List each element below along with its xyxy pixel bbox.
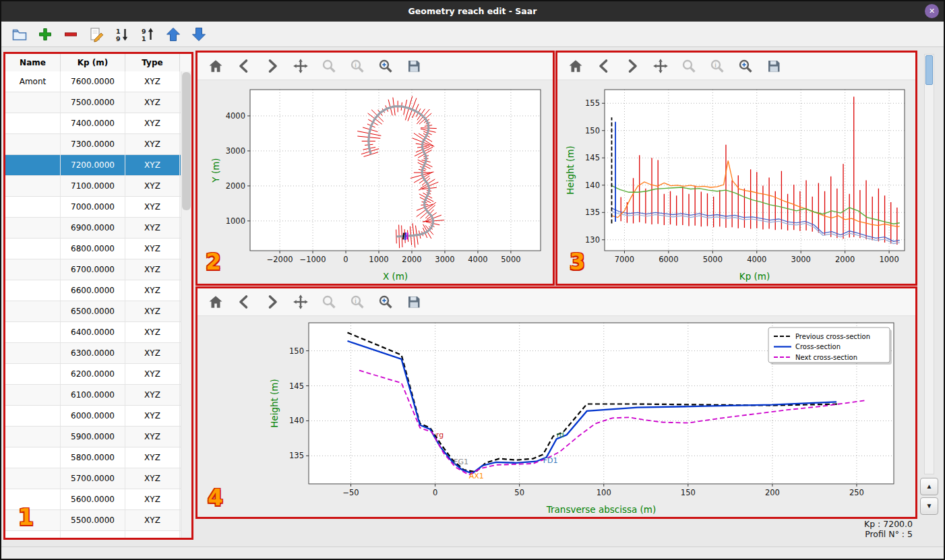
- cell-kp: 6300.0000: [61, 343, 125, 363]
- close-button[interactable]: ✕: [925, 4, 939, 18]
- save-icon: [406, 58, 422, 74]
- table-row[interactable]: 7300.0000XYZ: [5, 134, 181, 155]
- folder-icon: [11, 26, 28, 42]
- cell-name: [5, 176, 61, 196]
- table-row[interactable]: 7500.0000XYZ: [5, 92, 181, 113]
- cell-kp: 6600.0000: [61, 280, 125, 301]
- sort-ascending-button[interactable]: 19: [112, 24, 132, 44]
- longitudinal-pan-button[interactable]: [650, 56, 671, 76]
- cell-kp: 5500.0000: [61, 510, 125, 530]
- plan-zoom-original-button[interactable]: i: [347, 56, 367, 76]
- table-row[interactable]: 6100.0000XYZ: [5, 385, 181, 406]
- table-row[interactable]: 6900.0000XYZ: [5, 218, 181, 239]
- remove-profile-button[interactable]: [61, 24, 81, 44]
- plan-view-canvas[interactable]: −2000−1000010002000300040005000100020003…: [197, 80, 553, 284]
- arrow-up-icon: [165, 26, 181, 42]
- cross-save-button[interactable]: [404, 292, 424, 312]
- plan-home-button[interactable]: [206, 56, 226, 76]
- table-row[interactable]: 5800.0000XYZ: [5, 447, 181, 468]
- plan-save-button[interactable]: [404, 56, 424, 76]
- longitudinal-zoom-to-rect-button[interactable]: [735, 56, 756, 76]
- table-row[interactable]: 5700.0000XYZ: [5, 468, 181, 489]
- cell-name: [5, 197, 61, 217]
- table-row[interactable]: 6000.0000XYZ: [5, 406, 181, 427]
- table-scrollbar-thumb[interactable]: [182, 72, 191, 210]
- longitudinal-canvas[interactable]: 7000600050004000300020001000130135140145…: [557, 80, 915, 284]
- longitudinal-forward-button[interactable]: [622, 56, 642, 76]
- vertical-scrollbar-thumb[interactable]: [925, 55, 933, 85]
- plan-zoom-to-rect-button[interactable]: [375, 56, 396, 76]
- cross-home-button[interactable]: [206, 292, 226, 312]
- edit-profile-button[interactable]: [86, 24, 106, 44]
- cell-type: XYZ: [125, 364, 180, 384]
- longitudinal-back-button[interactable]: [594, 56, 614, 76]
- table-row[interactable]: 6400.0000XYZ: [5, 322, 181, 343]
- move-profile-up-button[interactable]: [163, 24, 183, 44]
- cross-back-button[interactable]: [234, 292, 254, 312]
- column-header-name[interactable]: Name: [5, 54, 61, 71]
- longitudinal-home-button[interactable]: [566, 56, 586, 76]
- plan-back-button[interactable]: [234, 56, 254, 76]
- svg-text:−2000: −2000: [267, 255, 293, 264]
- cell-name: Amont: [5, 71, 61, 92]
- svg-text:140: 140: [585, 181, 600, 190]
- table-row[interactable]: 6500.0000XYZ: [5, 301, 181, 322]
- cross-forward-button[interactable]: [262, 292, 282, 312]
- column-header-type[interactable]: Type: [125, 54, 180, 71]
- svg-text:150: 150: [585, 126, 600, 135]
- cross-zoom-original-button[interactable]: i: [347, 292, 367, 312]
- table-row[interactable]: 7000.0000XYZ: [5, 197, 181, 218]
- cell-name: [5, 364, 61, 384]
- table-row[interactable]: 7100.0000XYZ: [5, 176, 181, 197]
- cross-zoom-button[interactable]: [319, 292, 339, 312]
- table-row[interactable]: 6600.0000XYZ: [5, 280, 181, 301]
- table-row[interactable]: 5400.0000XYZ: [5, 531, 181, 538]
- minus-icon: [63, 26, 79, 42]
- table-row[interactable]: 7200.0000XYZ: [5, 155, 181, 176]
- callout-3: 3: [570, 249, 585, 275]
- sort-descending-button[interactable]: 91: [138, 24, 158, 44]
- table-row[interactable]: Amont7600.0000XYZ: [5, 71, 181, 92]
- table-row[interactable]: 6200.0000XYZ: [5, 364, 181, 385]
- svg-text:6000: 6000: [659, 255, 678, 264]
- table-row[interactable]: 5900.0000XYZ: [5, 427, 181, 447]
- cell-type: XYZ: [125, 468, 180, 489]
- cell-type: XYZ: [125, 197, 180, 217]
- column-header-kp-m[interactable]: Kp (m): [61, 54, 125, 71]
- plan-pan-button[interactable]: [291, 56, 311, 76]
- forward-icon: [264, 58, 280, 74]
- cross-zoom-to-rect-button[interactable]: [375, 292, 396, 312]
- open-geometry-button[interactable]: [9, 24, 30, 44]
- table-row[interactable]: 7400.0000XYZ: [5, 113, 181, 134]
- svg-text:130: 130: [585, 235, 600, 245]
- vertical-scrollbar[interactable]: [924, 54, 934, 474]
- arrow-down-icon: ▼: [926, 502, 933, 509]
- longitudinal-save-button[interactable]: [764, 56, 784, 76]
- cell-kp: 6000.0000: [61, 406, 125, 426]
- add-profile-button[interactable]: [35, 24, 55, 44]
- pan-icon: [293, 58, 309, 74]
- cross-pan-button[interactable]: [291, 292, 311, 312]
- previous-profile-button[interactable]: ▲: [920, 478, 938, 495]
- cross-section-canvas[interactable]: −50050100150200250135140145150Transverse…: [197, 316, 915, 518]
- svg-text:rd: rd: [557, 431, 564, 439]
- plan-forward-button[interactable]: [262, 56, 282, 76]
- longitudinal-zoom-original-button[interactable]: i: [707, 56, 727, 76]
- table-row[interactable]: 6300.0000XYZ: [5, 343, 181, 364]
- svg-text:50: 50: [514, 488, 524, 497]
- svg-text:X (m): X (m): [383, 271, 408, 282]
- cell-kp: 6900.0000: [61, 218, 125, 238]
- svg-text:150: 150: [681, 488, 696, 497]
- table-scrollbar[interactable]: [181, 71, 191, 538]
- svg-text:AX1: AX1: [469, 472, 484, 480]
- svg-text:1: 1: [116, 27, 121, 34]
- next-profile-button[interactable]: ▼: [920, 497, 938, 515]
- table-row[interactable]: 6700.0000XYZ: [5, 259, 181, 280]
- svg-text:135: 135: [585, 208, 600, 217]
- longitudinal-figure: 7000600050004000300020001000130135140145…: [557, 80, 915, 284]
- move-profile-down-button[interactable]: [189, 24, 209, 44]
- table-row[interactable]: 6800.0000XYZ: [5, 239, 181, 259]
- cell-type: XYZ: [125, 301, 180, 321]
- plan-zoom-button[interactable]: [319, 56, 339, 76]
- longitudinal-zoom-button[interactable]: [679, 56, 699, 76]
